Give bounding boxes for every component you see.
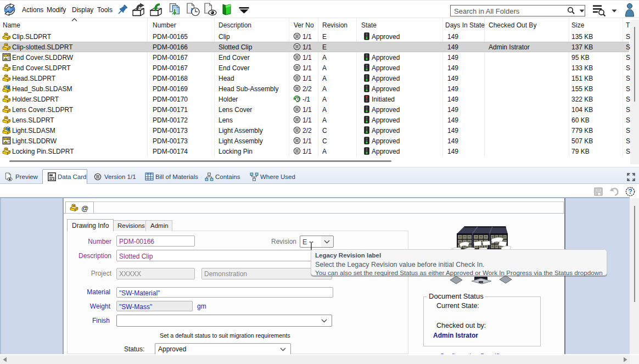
svg-text:?: ? bbox=[628, 188, 632, 195]
